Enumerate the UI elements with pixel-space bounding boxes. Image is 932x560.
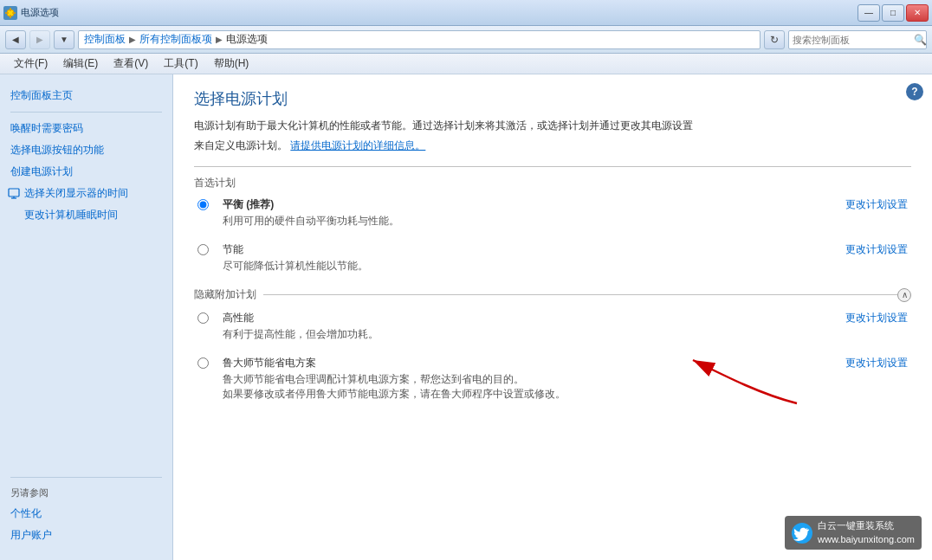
plan-high-perf-desc: 有利于提高性能，但会增加功耗。 xyxy=(223,327,838,342)
plan-lu-master-desc2: 如果要修改或者停用鲁大师节能电源方案，请在鲁大师程序中设置或修改。 xyxy=(223,387,838,402)
plan-balanced-name: 平衡 (推荐) xyxy=(223,197,838,212)
menu-tools[interactable]: 工具(T) xyxy=(157,55,204,73)
app-icon xyxy=(3,6,17,20)
breadcrumb-sep2: ▶ xyxy=(216,35,223,44)
address-bar: ◀ ▶ ▼ 控制面板 ▶ 所有控制面板项 ▶ 电源选项 ↻ 🔍 xyxy=(0,26,932,54)
plan-high-perf-name: 高性能 xyxy=(223,311,838,325)
maximize-button[interactable]: □ xyxy=(882,4,904,22)
hidden-plans-divider xyxy=(263,294,897,295)
sidebar-item-personalize[interactable]: 个性化 xyxy=(0,503,172,525)
plan-energy-save: 节能 尽可能降低计算机性能以节能。 更改计划设置 xyxy=(194,242,911,274)
hidden-plans-header: 隐藏附加计划 ∧ xyxy=(194,287,911,302)
plan-balanced-row: 平衡 (推荐) 利用可用的硬件自动平衡功耗与性能。 更改计划设置 xyxy=(197,197,908,229)
plan-lu-master-name: 鲁大师节能省电方案 xyxy=(223,356,838,370)
plan-balanced-desc: 利用可用的硬件自动平衡功耗与性能。 xyxy=(223,214,838,229)
title-bar: 电源选项 — □ ✕ xyxy=(0,0,932,26)
menu-bar: 文件(F) 编辑(E) 查看(V) 工具(T) 帮助(H) xyxy=(0,54,932,74)
menu-edit[interactable]: 编辑(E) xyxy=(56,55,105,73)
page-title: 选择电源计划 xyxy=(194,88,911,109)
title-bar-left: 电源选项 xyxy=(3,6,59,20)
sidebar-item-powerbutton[interactable]: 选择电源按钮的功能 xyxy=(0,139,172,161)
back-button[interactable]: ◀ xyxy=(5,30,26,49)
sidebar-divider-1 xyxy=(10,112,162,113)
plan-high-perf-radio[interactable] xyxy=(197,312,209,324)
watermark-bird-icon xyxy=(792,523,812,544)
hidden-plans-label: 隐藏附加计划 xyxy=(194,287,256,302)
plan-lu-master-info: 鲁大师节能省电方案 鲁大师节能省电合理调配计算机电源方案，帮您达到省电的目的。 … xyxy=(223,356,838,402)
sidebar-item-useraccount[interactable]: 用户账户 xyxy=(0,525,172,546)
breadcrumb-part1[interactable]: 控制面板 xyxy=(84,32,126,47)
sidebar-item-createplan[interactable]: 创建电源计划 xyxy=(0,161,172,183)
sidebar-also-see-label: 另请参阅 xyxy=(0,483,172,503)
breadcrumb-box: 控制面板 ▶ 所有控制面板项 ▶ 电源选项 xyxy=(78,30,760,49)
menu-view[interactable]: 查看(V) xyxy=(107,55,155,73)
minimize-button[interactable]: — xyxy=(858,4,880,22)
breadcrumb-sep1: ▶ xyxy=(129,35,136,44)
plan-lu-master-radio[interactable] xyxy=(197,357,209,369)
plan-balanced: 平衡 (推荐) 利用可用的硬件自动平衡功耗与性能。 更改计划设置 xyxy=(194,197,911,229)
watermark: 白云一键重装系统 www.baiyunxitong.com xyxy=(785,516,922,550)
sidebar: 控制面板主页 唤醒时需要密码 选择电源按钮的功能 创建电源计划 选择关闭显示器的… xyxy=(0,74,173,560)
page-desc-line2: 来自定义电源计划。 请提供电源计划的详细信息。 xyxy=(194,138,911,154)
monitor-icon xyxy=(7,187,21,201)
main-layout: 控制面板主页 唤醒时需要密码 选择电源按钮的功能 创建电源计划 选择关闭显示器的… xyxy=(0,74,932,560)
svg-rect-6 xyxy=(9,189,19,196)
content-area: ? 选择电源计划 电源计划有助于最大化计算机的性能或者节能。通过选择计划来将其激… xyxy=(173,74,932,560)
refresh-button[interactable]: ↻ xyxy=(764,30,785,49)
plan-energy-save-desc: 尽可能降低计算机性能以节能。 xyxy=(223,259,838,274)
plan-high-perf-row: 高性能 有利于提高性能，但会增加功耗。 更改计划设置 xyxy=(197,311,908,342)
close-button[interactable]: ✕ xyxy=(906,4,929,22)
title-bar-buttons: — □ ✕ xyxy=(858,4,929,22)
section-divider-1 xyxy=(194,166,911,167)
plan-lu-master: 鲁大师节能省电方案 鲁大师节能省电合理调配计算机电源方案，帮您达到省电的目的。 … xyxy=(194,356,911,402)
plan-high-perf-info: 高性能 有利于提高性能，但会增加功耗。 xyxy=(223,311,838,342)
page-desc-line1: 电源计划有助于最大化计算机的性能或者节能。通过选择计划来将其激活，或选择计划并通… xyxy=(194,118,911,134)
search-input[interactable] xyxy=(793,35,912,45)
dropdown-button[interactable]: ▼ xyxy=(54,30,74,49)
sidebar-nav: 控制面板主页 唤醒时需要密码 选择电源按钮的功能 创建电源计划 选择关闭显示器的… xyxy=(0,81,172,229)
first-plans-label: 首选计划 xyxy=(194,176,911,190)
breadcrumb-part3: 电源选项 xyxy=(226,32,268,47)
sidebar-item-display-label: 选择关闭显示器的时间 xyxy=(24,186,128,201)
plan-balanced-info: 平衡 (推荐) 利用可用的硬件自动平衡功耗与性能。 xyxy=(223,197,838,229)
sidebar-item-sleep-label: 更改计算机睡眠时间 xyxy=(24,208,118,222)
desc-link[interactable]: 请提供电源计划的详细信息。 xyxy=(290,139,425,151)
sidebar-bottom: 另请参阅 个性化 用户账户 xyxy=(0,465,172,553)
help-button[interactable]: ? xyxy=(906,83,923,100)
plan-high-perf-settings[interactable]: 更改计划设置 xyxy=(845,311,908,325)
sidebar-item-sleep[interactable]: 更改计算机睡眠时间 xyxy=(0,204,172,226)
moon-icon xyxy=(7,209,21,222)
sidebar-item-wakepassword[interactable]: 唤醒时需要密码 xyxy=(0,118,172,139)
plan-lu-master-settings[interactable]: 更改计划设置 xyxy=(845,356,908,370)
plan-energy-save-name: 节能 xyxy=(223,242,838,257)
plan-energy-save-info: 节能 尽可能降低计算机性能以节能。 xyxy=(223,242,838,274)
plan-balanced-settings[interactable]: 更改计划设置 xyxy=(845,197,908,212)
menu-help[interactable]: 帮助(H) xyxy=(207,55,256,73)
title-bar-title: 电源选项 xyxy=(21,6,59,19)
forward-button[interactable]: ▶ xyxy=(29,30,50,49)
plan-lu-master-desc1: 鲁大师节能省电合理调配计算机电源方案，帮您达到省电的目的。 xyxy=(223,372,838,387)
breadcrumb-part2[interactable]: 所有控制面板项 xyxy=(139,32,212,47)
search-icon[interactable]: 🔍 xyxy=(914,33,927,47)
watermark-text: 白云一键重装系统 www.baiyunxitong.com xyxy=(818,519,915,546)
plan-high-perf: 高性能 有利于提高性能，但会增加功耗。 更改计划设置 xyxy=(194,311,911,342)
plan-lu-master-row: 鲁大师节能省电方案 鲁大师节能省电合理调配计算机电源方案，帮您达到省电的目的。 … xyxy=(197,356,908,402)
plan-energy-save-radio[interactable] xyxy=(197,244,209,255)
plan-balanced-radio[interactable] xyxy=(197,199,209,210)
sidebar-divider-bottom xyxy=(10,477,162,478)
search-box: 🔍 xyxy=(788,30,927,49)
sidebar-item-home[interactable]: 控制面板主页 xyxy=(0,85,172,106)
plan-energy-save-row: 节能 尽可能降低计算机性能以节能。 更改计划设置 xyxy=(197,242,908,274)
hidden-plans-collapse-btn[interactable]: ∧ xyxy=(897,288,911,302)
plan-energy-save-settings[interactable]: 更改计划设置 xyxy=(845,242,908,257)
sidebar-item-display[interactable]: 选择关闭显示器的时间 xyxy=(0,183,172,204)
menu-file[interactable]: 文件(F) xyxy=(7,55,55,73)
